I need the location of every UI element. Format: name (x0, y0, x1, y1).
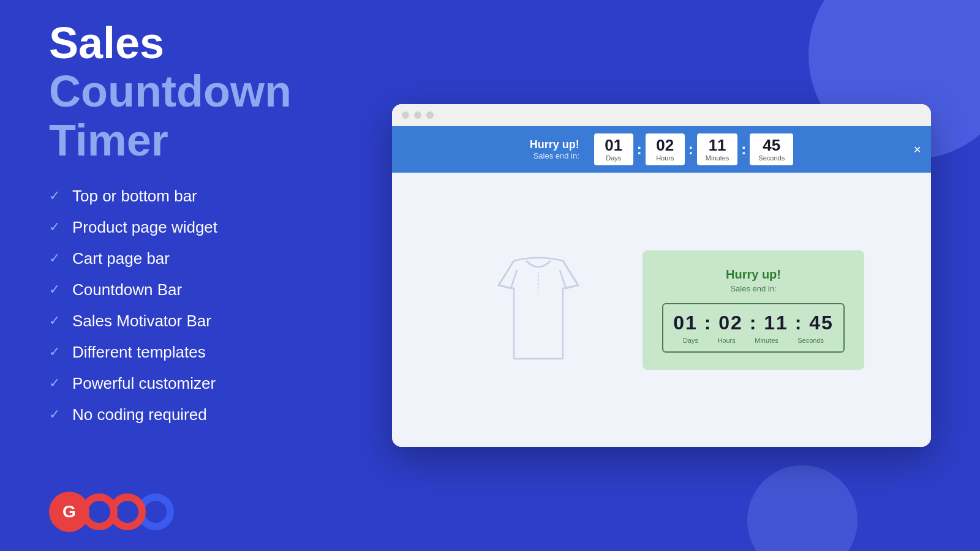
feature-label-5: Sales Motivator Bar (72, 312, 211, 331)
feature-item-4: ✓ Countdown Bar (49, 280, 343, 299)
feature-item-6: ✓ Different templates (49, 343, 343, 362)
widget-hurry-title: Hurry up! (662, 268, 845, 282)
timer-colon-2: : (688, 141, 693, 158)
feature-label-3: Cart page bar (72, 249, 170, 268)
check-icon-5: ✓ (49, 313, 60, 329)
feature-label-7: Powerful customizer (72, 374, 216, 393)
feature-label-1: Top or bottom bar (72, 187, 197, 206)
timer-colon-1: : (637, 141, 642, 158)
browser-dot-1 (402, 111, 409, 119)
widget-seconds-label: Seconds (797, 337, 824, 344)
feature-item-1: ✓ Top or bottom bar (49, 187, 343, 206)
timer-block-days: 01 Days (594, 133, 633, 165)
timer-blocks: 01 Days : 02 Hours : 11 Minutes : 45 Sec… (594, 133, 793, 165)
browser-dot-3 (426, 111, 434, 119)
timer-hours-num: 02 (654, 137, 676, 153)
feature-item-5: ✓ Sales Motivator Bar (49, 312, 343, 331)
logo-o3-inner (145, 501, 167, 523)
browser-dot-2 (414, 111, 421, 119)
timer-hours-label: Hours (654, 154, 676, 162)
timer-minutes-num: 11 (706, 137, 729, 153)
feature-label-2: Product page widget (72, 218, 217, 237)
feature-label-4: Countdown Bar (72, 280, 182, 299)
close-icon[interactable]: ✕ (913, 144, 921, 156)
timer-days-num: 01 (603, 137, 625, 153)
feature-label-8: No coding required (72, 405, 207, 424)
check-icon-2: ✓ (49, 219, 60, 235)
countdown-bar: Hurry up! Sales end in: 01 Days : 02 Hou… (392, 126, 931, 173)
shirt-svg (477, 242, 600, 377)
feature-item-8: ✓ No coding required (49, 405, 343, 424)
browser-mockup: Hurry up! Sales end in: 01 Days : 02 Hou… (392, 104, 931, 447)
widget-timer-display: 01 : 02 : 11 : 45 (673, 312, 834, 334)
timer-block-minutes: 11 Minutes (697, 133, 738, 165)
feature-list: ✓ Top or bottom bar ✓ Product page widge… (49, 187, 343, 424)
feature-item-2: ✓ Product page widget (49, 218, 343, 237)
feature-item-7: ✓ Powerful customizer (49, 374, 343, 393)
left-panel: Sales CountdownTimer ✓ Top or bottom bar… (49, 19, 343, 532)
widget-timer-box: 01 : 02 : 11 : 45 Days Hours Minutes Sec… (662, 303, 845, 353)
logo-g-letter: G (62, 502, 76, 522)
feature-label-6: Different templates (72, 343, 206, 362)
logo-g-ring: G (49, 492, 89, 532)
content-wrapper: Sales CountdownTimer ✓ Top or bottom bar… (0, 0, 980, 551)
check-icon-1: ✓ (49, 188, 60, 204)
timer-minutes-label: Minutes (706, 154, 729, 162)
logo-o1-inner (88, 501, 110, 523)
title-white: Sales (49, 18, 164, 67)
product-widget: Hurry up! Sales end in: 01 : 02 : 11 : 4… (643, 250, 864, 370)
feature-item-3: ✓ Cart page bar (49, 249, 343, 268)
timer-seconds-num: 45 (758, 137, 785, 153)
widget-minutes-label: Minutes (755, 337, 778, 344)
hurry-subtitle: Sales end in: (530, 151, 579, 160)
widget-timer-labels: Days Hours Minutes Seconds (673, 337, 834, 344)
timer-block-seconds: 45 Seconds (750, 133, 793, 165)
timer-block-hours: 02 Hours (646, 133, 685, 165)
check-icon-4: ✓ (49, 282, 60, 298)
browser-toolbar (392, 104, 931, 126)
hurry-title: Hurry up! (530, 138, 579, 151)
timer-days-label: Days (603, 154, 625, 162)
check-icon-8: ✓ (49, 407, 60, 422)
timer-seconds-label: Seconds (758, 154, 785, 162)
browser-content: Hurry up! Sales end in: 01 : 02 : 11 : 4… (392, 173, 931, 447)
check-icon-6: ✓ (49, 344, 60, 360)
timer-colon-3: : (741, 141, 746, 158)
widget-hurry-subtitle: Sales end in: (662, 284, 845, 293)
gooo-logo: G (49, 492, 343, 532)
check-icon-3: ✓ (49, 250, 60, 266)
widget-days-label: Days (683, 337, 698, 344)
widget-hours-label: Hours (717, 337, 735, 344)
shirt-illustration (459, 230, 618, 389)
check-icon-7: ✓ (49, 375, 60, 391)
main-title: Sales CountdownTimer (49, 19, 343, 165)
title-blue: CountdownTimer (49, 67, 292, 164)
hurry-text: Hurry up! Sales end in: (530, 138, 579, 160)
logo-o2-inner (116, 501, 138, 523)
